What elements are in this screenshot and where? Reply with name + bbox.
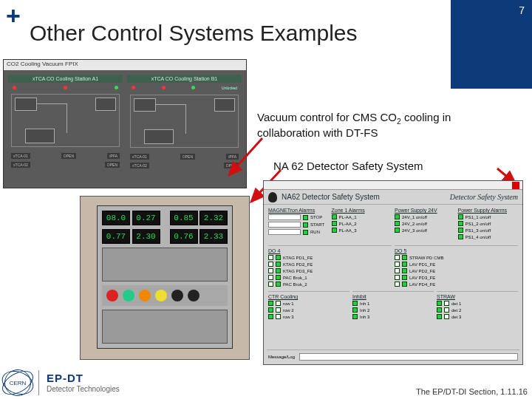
rack-photo: 08.0 0.27 0.85 2.32 0.77 2.30 0.76 2.33 bbox=[80, 196, 250, 360]
slide-footer: CERN EP-DT Detector Technologies The EP/… bbox=[4, 369, 528, 396]
caption-vacuum: Vacuum control for CMS CO2 cooling in co… bbox=[257, 111, 486, 140]
rack-lower-slot bbox=[102, 310, 228, 344]
tux-icon bbox=[268, 192, 277, 202]
scada-panel-b-head: xTCA CO Cooling Station B1 bbox=[127, 75, 242, 83]
plus-icon: + bbox=[6, 1, 21, 30]
knob-green bbox=[123, 290, 134, 301]
scada-titlebar: CO2 Cooling Vacuum FPIX bbox=[4, 60, 246, 70]
dss-title-right: Detector Safety System bbox=[450, 193, 518, 201]
slide-number-block: 7 bbox=[451, 0, 532, 89]
slide-number: 7 bbox=[519, 4, 525, 16]
close-icon bbox=[512, 182, 519, 189]
rack-displays-row2: 0.77 2.30 0.76 2.33 bbox=[102, 229, 228, 244]
knob-orange bbox=[139, 290, 151, 301]
dss-bottom-grid: CTR Cooling row 1 row 2 row 3 Inhibit In… bbox=[264, 290, 522, 322]
scada-panel-a: xTCA CO Cooling Station A1 xTCA-01 OPEN … bbox=[8, 75, 123, 170]
footer-divider bbox=[38, 370, 39, 395]
dss-top-grid: MAGNETron Alarms STOP START RUN Zone 1 A… bbox=[264, 205, 522, 244]
knob-yellow bbox=[155, 290, 167, 301]
dss-title-left: NA62 Detector Safety System bbox=[282, 193, 380, 201]
rack-displays-row1: 08.0 0.27 0.85 2.32 bbox=[102, 211, 228, 225]
scada-diagram-a bbox=[11, 94, 120, 147]
knob-black bbox=[171, 290, 183, 301]
slide-title: Other Control Systems Examples bbox=[30, 21, 357, 46]
dss-mid-grid: DO 4 KTAG PD1_FE KTAG PD2_FE KTAG PD3_FE… bbox=[264, 244, 522, 290]
scada-panel-a-head: xTCA CO Cooling Station A1 bbox=[8, 75, 123, 83]
dss-footer: Message/Log bbox=[267, 349, 519, 363]
cern-logo-icon: CERN bbox=[4, 369, 31, 396]
footer-right: The EP/DT-DI Section, 1.11.16 bbox=[416, 387, 528, 396]
rack-card-cage bbox=[102, 248, 228, 282]
knob-black-2 bbox=[188, 290, 200, 301]
rack-control-row bbox=[102, 285, 228, 306]
dss-window-bar bbox=[264, 181, 522, 190]
scada-screenshot: CO2 Cooling Vacuum FPIX xTCA CO Cooling … bbox=[3, 59, 247, 188]
dss-screenshot: NA62 Detector Safety System Detector Saf… bbox=[263, 180, 523, 365]
caption-na62: NA 62 Detector Safety System bbox=[273, 160, 517, 172]
knob-red bbox=[106, 290, 118, 301]
ep-dt-label: EP-DT Detector Technologies bbox=[47, 372, 120, 393]
